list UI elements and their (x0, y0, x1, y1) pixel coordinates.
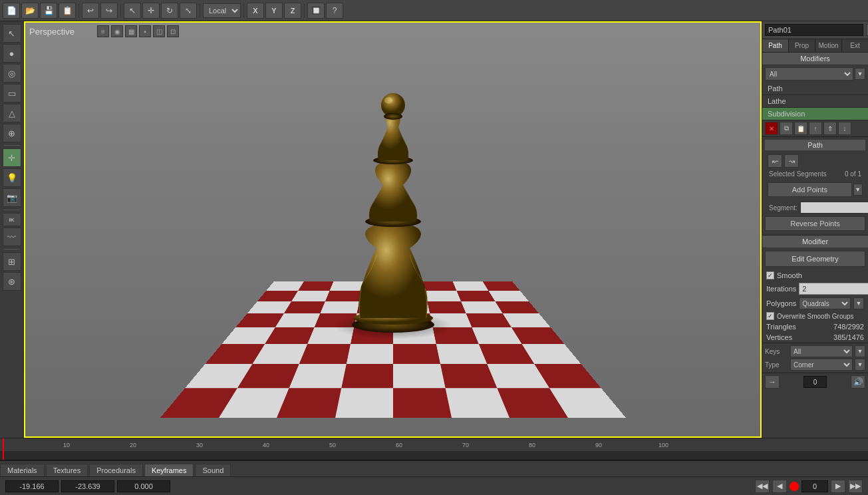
iterations-field[interactable] (799, 283, 868, 295)
prev-btn[interactable]: ◀ (772, 480, 787, 493)
reverse-points-button[interactable]: Reverse Points (765, 216, 865, 231)
redo-button[interactable]: ↪ (100, 3, 118, 19)
new-button[interactable]: 📄 (3, 3, 20, 19)
right-panel: ▼ Path Prop Motion Ext Modifiers All ▼ P… (762, 21, 868, 438)
keys-type-section: Keys All ▼ Type Corner ▼ (762, 343, 868, 373)
rotate-button[interactable]: ↻ (161, 3, 178, 19)
modifier-dropdown[interactable]: All (765, 67, 853, 81)
mod-down-btn[interactable]: ↓ (838, 122, 851, 135)
polygons-dropdown[interactable]: Quadrals (799, 297, 851, 309)
tool-camera[interactable]: 📷 (3, 188, 21, 207)
vp-menu-icon[interactable]: ≡ (97, 25, 109, 37)
segment-field[interactable] (800, 202, 868, 214)
select-button[interactable]: ↖ (124, 3, 141, 19)
move-button[interactable]: ✛ (142, 3, 160, 19)
mod-copy-btn[interactable]: ⧉ (780, 122, 793, 135)
coord-x[interactable] (5, 480, 59, 492)
tool-torus[interactable]: ⊕ (3, 124, 21, 142)
edit-geometry-button[interactable]: Edit Geometry (765, 251, 865, 267)
open-button[interactable]: 📂 (21, 3, 39, 19)
tab-keyframes[interactable]: Keyframes (144, 464, 194, 476)
vp-solid-icon[interactable]: ▪ (139, 25, 151, 37)
coord-z[interactable] (117, 480, 170, 492)
smooth-checkbox[interactable]: ✓ (766, 271, 774, 279)
svg-point-5 (384, 97, 392, 104)
keys-dropdown-arrow[interactable]: ▼ (855, 345, 865, 357)
keys-dropdown[interactable]: All (790, 345, 853, 357)
mod-up-btn[interactable]: ↑ (809, 122, 822, 135)
modifier-lathe[interactable]: Lathe (762, 95, 868, 108)
transport-arrow[interactable]: → (765, 375, 780, 389)
undo-button[interactable]: ↩ (82, 3, 99, 19)
mark-60: 60 (396, 442, 402, 448)
tool-grid[interactable]: ⊞ (3, 252, 21, 271)
axis-x-button[interactable]: X (247, 3, 264, 19)
axis-y-button[interactable]: Y (265, 3, 283, 19)
object-name-field[interactable] (765, 24, 863, 36)
vp-shade-icon[interactable]: ◉ (111, 25, 123, 37)
tool-light[interactable]: 💡 (3, 168, 21, 187)
next-btn[interactable]: ▶ (831, 480, 845, 493)
tool-cylinder[interactable]: ◎ (3, 64, 21, 82)
path-icon-2[interactable]: ↝ (784, 154, 799, 168)
scale-button[interactable]: ⤡ (180, 3, 197, 19)
coord-y[interactable] (61, 480, 114, 492)
help-button[interactable]: ? (326, 3, 343, 19)
vp-wire-icon[interactable]: ▦ (125, 25, 137, 37)
next-frame-btn[interactable]: ▶▶ (848, 480, 863, 493)
add-points-arrow[interactable]: ▼ (853, 184, 863, 196)
timeline-bar[interactable] (0, 451, 868, 460)
poly-arrow[interactable]: ▼ (853, 297, 864, 309)
save-button[interactable]: 💾 (40, 3, 57, 19)
mod-up2-btn[interactable]: ⇑ (823, 122, 837, 135)
prev-frame-btn[interactable]: ◀◀ (755, 480, 770, 493)
modifier-section-header[interactable]: Modifier (762, 236, 868, 248)
modifier-path[interactable]: Path (762, 82, 868, 95)
type-label: Type (765, 361, 788, 369)
vp-safe-icon[interactable]: ◫ (153, 25, 165, 37)
vertices-value: 385/1476 (833, 333, 864, 341)
current-frame[interactable] (801, 480, 828, 492)
tool-magnet[interactable]: ⊛ (3, 272, 21, 291)
tab-materials[interactable]: Materials (0, 464, 45, 476)
frame-field[interactable] (803, 376, 827, 388)
type-dropdown[interactable]: Corner (790, 359, 853, 371)
tool-cone[interactable]: △ (3, 104, 21, 122)
mark-30: 30 (196, 442, 203, 448)
tool-wave[interactable]: 〰 (3, 228, 21, 246)
render-button[interactable]: 🔲 (307, 3, 325, 19)
mod-delete-btn[interactable]: ✕ (765, 122, 778, 135)
status-right: ◀◀ ◀ ▶ ▶▶ (755, 480, 863, 493)
tab-sound[interactable]: Sound (195, 464, 231, 476)
tab-prop[interactable]: Prop (789, 39, 815, 52)
tab-path[interactable]: Path (762, 39, 789, 52)
tab-ext[interactable]: Ext (842, 39, 868, 52)
timeline-indicator (3, 438, 4, 451)
overwrite-checkbox[interactable]: ✓ (766, 312, 774, 320)
transport-sound[interactable]: 🔊 (851, 375, 865, 389)
keys-label: Keys (765, 348, 788, 355)
mod-paste-btn[interactable]: 📋 (794, 122, 807, 135)
tool-paint[interactable]: ● (3, 44, 21, 63)
tool-ik[interactable]: IK (3, 213, 21, 226)
path-icon-1[interactable]: ↜ (768, 154, 782, 168)
viewport[interactable]: Perspective ≡ ◉ ▦ ▪ ◫ ⊡ (24, 21, 762, 438)
modifier-dropdown-arrow[interactable]: ▼ (855, 68, 865, 80)
tab-textures[interactable]: Textures (46, 464, 88, 476)
tool-select[interactable]: ↖ (3, 24, 21, 43)
record-btn[interactable] (790, 482, 799, 491)
tab-procedurals[interactable]: Procedurals (89, 464, 143, 476)
modifier-subdivision[interactable]: Subdivision (762, 108, 868, 120)
transform-dropdown[interactable]: Local (203, 3, 241, 18)
path-section-title: Path (765, 140, 865, 150)
modifiers-header[interactable]: Modifiers (762, 53, 868, 65)
right-header: ▼ (762, 21, 868, 39)
tab-motion[interactable]: Motion (815, 39, 842, 52)
type-dropdown-arrow[interactable]: ▼ (855, 359, 865, 371)
vp-camera-icon[interactable]: ⊡ (167, 25, 179, 37)
tool-move[interactable]: ✛ (3, 148, 21, 167)
axis-z-button[interactable]: Z (284, 3, 301, 19)
tool-box[interactable]: ▭ (3, 84, 21, 102)
add-points-button[interactable]: Add Points (768, 182, 852, 197)
save-as-button[interactable]: 📋 (59, 3, 76, 19)
